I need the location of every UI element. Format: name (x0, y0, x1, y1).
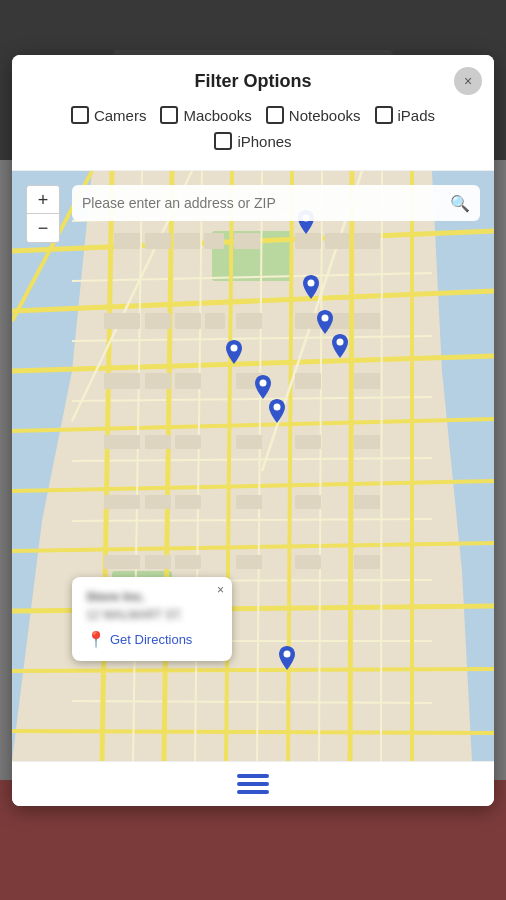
svg-rect-41 (174, 233, 200, 249)
svg-rect-59 (295, 373, 321, 389)
hamburger-line-1 (237, 774, 269, 778)
svg-rect-39 (114, 233, 140, 249)
close-button[interactable]: × (454, 67, 482, 95)
svg-point-89 (283, 651, 290, 658)
svg-line-14 (12, 669, 494, 671)
filter-item-ipads[interactable]: iPads (375, 106, 436, 124)
svg-rect-74 (145, 555, 171, 569)
svg-rect-56 (145, 373, 171, 389)
filter-item-notebooks[interactable]: Notebooks (266, 106, 361, 124)
filter-label-macbooks: Macbooks (183, 107, 251, 124)
svg-rect-40 (145, 233, 171, 249)
svg-point-83 (322, 315, 329, 322)
zoom-out-button[interactable]: − (27, 214, 59, 242)
map-marker-4[interactable] (328, 334, 352, 366)
hamburger-menu-button[interactable] (237, 774, 269, 794)
search-input[interactable] (82, 195, 450, 211)
filter-checkbox-camers (71, 106, 89, 124)
filter-label-iphones: iPhones (237, 133, 291, 150)
svg-rect-70 (236, 495, 262, 509)
svg-rect-64 (236, 435, 262, 449)
modal-header: Filter Options × CamersMacbooksNotebooks… (12, 55, 494, 171)
popup-store-name: Store Inc. (86, 589, 218, 604)
svg-rect-62 (145, 435, 171, 449)
svg-rect-76 (236, 555, 262, 569)
svg-rect-42 (204, 233, 224, 249)
svg-point-84 (336, 338, 343, 345)
svg-rect-48 (145, 313, 171, 329)
filter-checkbox-ipads (375, 106, 393, 124)
svg-rect-63 (175, 435, 201, 449)
map-marker-9[interactable] (275, 646, 299, 678)
modal-footer (12, 761, 494, 806)
filter-label-camers: Camers (94, 107, 147, 124)
svg-line-35 (381, 171, 382, 761)
map-marker-5[interactable] (222, 340, 246, 372)
svg-rect-78 (354, 555, 380, 569)
location-pin-icon: 📍 (86, 630, 106, 649)
svg-point-86 (259, 380, 266, 387)
svg-rect-46 (354, 233, 380, 249)
svg-rect-73 (104, 555, 140, 569)
map-background: I 78 New 🔍 + − (12, 171, 494, 761)
svg-rect-77 (295, 555, 321, 569)
filter-label-ipads: iPads (398, 107, 436, 124)
svg-rect-54 (354, 313, 380, 329)
svg-rect-61 (104, 435, 140, 449)
zoom-controls: + − (26, 185, 60, 243)
svg-rect-49 (175, 313, 201, 329)
filter-options: CamersMacbooksNotebooksiPadsiPhones (32, 102, 474, 160)
svg-rect-71 (295, 495, 321, 509)
popup-close-button[interactable]: × (217, 583, 224, 597)
svg-rect-50 (205, 313, 225, 329)
svg-rect-65 (295, 435, 321, 449)
hamburger-line-2 (237, 782, 269, 786)
svg-rect-60 (354, 373, 380, 389)
svg-rect-55 (104, 373, 140, 389)
directions-label: Get Directions (110, 632, 192, 647)
filter-item-camers[interactable]: Camers (71, 106, 147, 124)
filter-checkbox-iphones (214, 132, 232, 150)
filter-item-iphones[interactable]: iPhones (214, 132, 291, 150)
svg-rect-47 (104, 313, 140, 329)
svg-rect-75 (175, 555, 201, 569)
map-marker-7[interactable] (265, 399, 289, 431)
modal-title: Filter Options (32, 71, 474, 92)
info-popup: × Store Inc. 12 WALMART ST. 📍 Get Direct… (72, 577, 232, 661)
svg-rect-72 (354, 495, 380, 509)
search-icon: 🔍 (450, 194, 470, 213)
svg-point-85 (230, 344, 237, 351)
map-container[interactable]: I 78 New 🔍 + − (12, 171, 494, 761)
modal-overlay: Filter Options × CamersMacbooksNotebooks… (0, 0, 506, 900)
map-svg: I 78 New (12, 171, 494, 761)
hamburger-line-3 (237, 790, 269, 794)
filter-checkbox-notebooks (266, 106, 284, 124)
svg-rect-69 (175, 495, 201, 509)
svg-rect-45 (325, 233, 349, 249)
svg-rect-67 (104, 495, 140, 509)
filter-label-notebooks: Notebooks (289, 107, 361, 124)
svg-rect-43 (234, 233, 260, 249)
svg-line-29 (350, 171, 352, 761)
filter-item-macbooks[interactable]: Macbooks (160, 106, 251, 124)
search-bar[interactable]: 🔍 (72, 185, 480, 221)
zoom-in-button[interactable]: + (27, 186, 59, 214)
svg-rect-57 (175, 373, 201, 389)
modal: Filter Options × CamersMacbooksNotebooks… (12, 55, 494, 806)
map-marker-2[interactable] (299, 275, 323, 307)
svg-line-15 (12, 731, 494, 733)
svg-rect-66 (354, 435, 380, 449)
popup-directions-link[interactable]: 📍 Get Directions (86, 630, 218, 649)
svg-rect-68 (145, 495, 171, 509)
svg-point-87 (274, 403, 281, 410)
svg-point-82 (307, 279, 314, 286)
popup-address: 12 WALMART ST. (86, 608, 218, 622)
svg-rect-51 (236, 313, 262, 329)
filter-checkbox-macbooks (160, 106, 178, 124)
